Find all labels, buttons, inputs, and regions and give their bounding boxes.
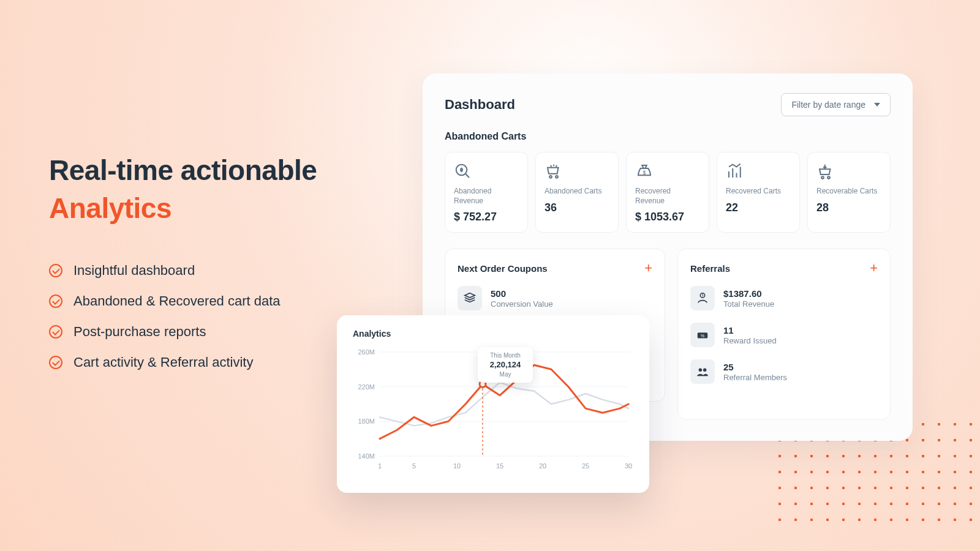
stat-recovered-carts[interactable]: Recovered Carts 22 xyxy=(717,152,800,233)
analytics-title: Analytics xyxy=(353,329,633,339)
coupons-title: Next Order Coupons xyxy=(458,263,548,274)
svg-text:180M: 180M xyxy=(358,418,375,425)
abandoned-section-label: Abandoned Carts xyxy=(445,131,891,142)
referral-value: $1387.60 xyxy=(723,288,774,299)
referral-value: 25 xyxy=(723,362,787,373)
users-icon xyxy=(690,359,715,384)
svg-point-5 xyxy=(827,176,830,179)
referrals-panel: Referrals + $ $1387.60 Total Revenue % 1… xyxy=(677,249,891,420)
stat-value: 28 xyxy=(816,201,881,214)
svg-text:260M: 260M xyxy=(358,348,375,356)
magnifier-dollar-icon xyxy=(454,162,519,181)
svg-point-10 xyxy=(699,369,703,372)
tooltip-value: 2,20,124 xyxy=(486,360,524,370)
coupon-conversion-row: 500 Conversion Value xyxy=(458,286,652,310)
check-icon xyxy=(49,356,62,369)
referral-members-row: 25 Referral Members xyxy=(690,359,878,384)
coupon-label: Conversion Value xyxy=(491,299,553,309)
analytics-card: Analytics 260M220M180M140M151015202530 T… xyxy=(337,315,649,493)
stat-label: Abandoned Carts xyxy=(545,187,609,197)
tooltip-sub: May xyxy=(486,371,524,378)
svg-text:220M: 220M xyxy=(358,383,375,391)
svg-text:$: $ xyxy=(643,170,646,176)
check-icon xyxy=(49,264,62,277)
tooltip-caption: This Month xyxy=(486,352,524,359)
svg-point-2 xyxy=(556,176,558,178)
feature-text: Insightful dashboard xyxy=(74,263,195,279)
referral-label: Total Revenue xyxy=(723,299,774,309)
coupon-value: 500 xyxy=(491,288,553,299)
svg-text:10: 10 xyxy=(453,462,461,470)
svg-text:1: 1 xyxy=(378,462,382,470)
check-icon xyxy=(49,325,62,339)
ticket-percent-icon: % xyxy=(690,323,715,347)
stat-value: 22 xyxy=(726,201,791,214)
stat-value: 36 xyxy=(545,201,609,214)
feature-text: Cart activity & Referral activity xyxy=(74,354,253,370)
svg-text:%: % xyxy=(701,334,704,338)
stat-abandoned-revenue[interactable]: Abandoned Revenue $ 752.27 xyxy=(445,152,528,233)
svg-text:20: 20 xyxy=(539,462,546,470)
feature-item: Abandoned & Recovered cart data xyxy=(49,293,392,309)
cart-download-icon xyxy=(816,162,881,181)
svg-text:5: 5 xyxy=(412,462,416,470)
referral-reward-row: % 11 Reward Issued xyxy=(690,323,878,347)
stat-abandoned-carts[interactable]: Abandoned Carts 36 xyxy=(535,152,619,233)
hand-dollar-icon: $ xyxy=(690,286,715,310)
analytics-chart[interactable]: 260M220M180M140M151015202530 This Month … xyxy=(353,345,633,473)
filter-date-range-dropdown[interactable]: Filter by date range xyxy=(781,93,891,116)
stat-value: $ 752.27 xyxy=(454,211,519,223)
filter-label: Filter by date range xyxy=(791,100,865,110)
referral-label: Reward Issued xyxy=(723,336,777,345)
referrals-title: Referrals xyxy=(690,263,730,274)
feature-item: Insightful dashboard xyxy=(49,263,392,279)
headline-line1: Real-time actionable xyxy=(49,154,317,186)
referral-revenue-row: $ $1387.60 Total Revenue xyxy=(690,286,878,310)
svg-text:25: 25 xyxy=(582,462,589,470)
check-icon xyxy=(49,294,62,308)
layers-icon xyxy=(458,286,482,310)
svg-text:30: 30 xyxy=(625,462,632,470)
svg-text:15: 15 xyxy=(496,462,503,470)
stat-label: Recoverable Carts xyxy=(816,187,881,197)
stat-recoverable-carts[interactable]: Recoverable Carts 28 xyxy=(807,152,891,233)
referral-value: 11 xyxy=(723,325,777,336)
bar-chart-up-icon xyxy=(726,162,791,181)
svg-point-1 xyxy=(549,176,552,178)
money-bag-icon: $ xyxy=(635,162,700,181)
cart-spark-icon xyxy=(545,162,609,181)
add-coupon-button[interactable]: + xyxy=(644,261,652,275)
headline-line2: Analytics xyxy=(49,191,392,227)
feature-text: Post-purchase reports xyxy=(74,324,206,340)
svg-point-11 xyxy=(703,369,707,372)
referral-label: Referral Members xyxy=(723,373,787,382)
headline: Real-time actionable Analytics xyxy=(49,153,392,226)
stat-label: Recovered Carts xyxy=(726,187,791,197)
feature-text: Abandoned & Recovered cart data xyxy=(74,293,281,309)
svg-text:$: $ xyxy=(702,294,704,297)
stat-label: Abandoned Revenue xyxy=(454,187,519,206)
svg-point-4 xyxy=(821,176,824,179)
svg-text:140M: 140M xyxy=(358,452,375,460)
dashboard-title: Dashboard xyxy=(445,97,515,113)
stat-label: Recovered Revenue xyxy=(635,187,700,206)
stat-row: Abandoned Revenue $ 752.27 Abandoned Car… xyxy=(445,152,891,233)
add-referral-button[interactable]: + xyxy=(870,261,878,275)
stat-recovered-revenue[interactable]: $ Recovered Revenue $ 1053.67 xyxy=(626,152,709,233)
chevron-down-icon xyxy=(874,103,880,107)
stat-value: $ 1053.67 xyxy=(635,211,700,223)
chart-tooltip: This Month 2,20,124 May xyxy=(478,347,533,383)
